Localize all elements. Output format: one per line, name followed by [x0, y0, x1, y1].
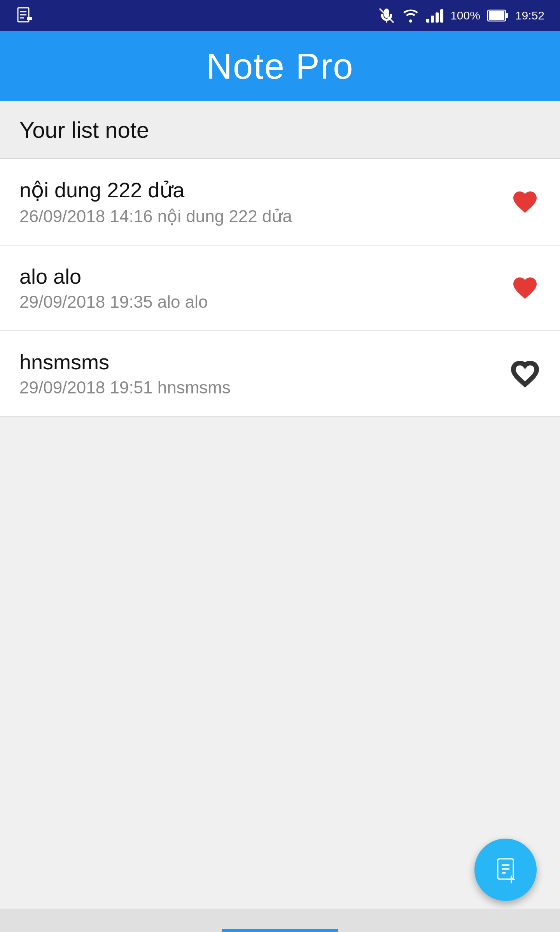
note-title: nội dung 222 dửa: [19, 178, 509, 202]
battery-percent: 100%: [450, 9, 480, 22]
add-note-icon: [490, 854, 521, 885]
favorite-button[interactable]: [509, 272, 541, 304]
note-title: alo alo: [19, 264, 509, 288]
heart-outline-icon[interactable]: [511, 360, 539, 388]
status-time: 19:52: [515, 9, 544, 22]
status-bar: 100% 19:52: [0, 0, 560, 31]
heart-filled-icon[interactable]: [511, 188, 539, 216]
battery-icon: [487, 9, 508, 23]
heart-filled-icon[interactable]: [511, 274, 539, 302]
status-icons: 100% 19:52: [378, 7, 544, 24]
bottom-bar: [0, 909, 560, 932]
list-item[interactable]: nội dung 222 dửa 26/09/2018 14:16 nội du…: [0, 159, 560, 246]
section-header: Your list note: [0, 101, 560, 159]
add-note-button[interactable]: [474, 839, 537, 901]
mute-icon: [378, 7, 395, 24]
note-title: hnsmsms: [19, 350, 509, 374]
bottom-bar-accent: [222, 929, 338, 932]
note-meta: 29/09/2018 19:35 alo alo: [19, 292, 509, 312]
note-content: nội dung 222 dửa 26/09/2018 14:16 nội du…: [19, 178, 509, 226]
section-title: Your list note: [19, 117, 149, 142]
app-bar: Note Pro: [0, 31, 560, 101]
app-title: Note Pro: [206, 46, 354, 87]
note-meta: 26/09/2018 14:16 nội dung 222 dửa: [19, 206, 509, 226]
status-bar-left: [16, 6, 34, 25]
wifi-icon: [402, 7, 419, 24]
list-item[interactable]: hnsmsms 29/09/2018 19:51 hnsmsms: [0, 331, 560, 417]
signal-icon: [426, 9, 443, 23]
svg-rect-8: [506, 13, 508, 18]
favorite-button[interactable]: [509, 186, 541, 218]
favorite-button[interactable]: [509, 358, 541, 389]
svg-rect-7: [489, 11, 504, 20]
svg-rect-4: [27, 17, 32, 20]
notes-list: nội dung 222 dửa 26/09/2018 14:16 nội du…: [0, 159, 560, 417]
fab-container: [474, 839, 537, 901]
list-item[interactable]: alo alo 29/09/2018 19:35 alo alo: [0, 246, 560, 331]
note-content: alo alo 29/09/2018 19:35 alo alo: [19, 264, 509, 312]
page-icon: [16, 6, 34, 25]
note-meta: 29/09/2018 19:51 hnsmsms: [19, 378, 509, 397]
note-content: hnsmsms 29/09/2018 19:51 hnsmsms: [19, 350, 509, 397]
